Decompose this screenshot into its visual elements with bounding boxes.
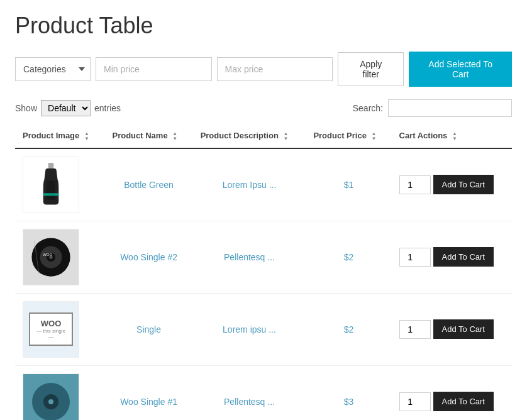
search-input[interactable] — [388, 99, 512, 117]
entries-select[interactable]: Default102550100 — [41, 100, 91, 116]
entries-label: entries — [94, 103, 121, 113]
show-entries-control: Show Default102550100 entries — [15, 100, 121, 116]
table-row: WOO Woo Single #2 Pellentesq ... $2 Add … — [15, 221, 512, 293]
product-actions-cell-0: Add To Cart — [392, 148, 512, 221]
add-to-cart-button-3[interactable]: Add To Cart — [433, 392, 494, 411]
filter-bar: Categories Apply filter Add Selected To … — [15, 52, 512, 87]
svg-point-11 — [48, 399, 53, 404]
col-product-description: Product Description ▲▼ — [193, 124, 306, 148]
col-product-price: Product Price ▲▼ — [306, 124, 391, 148]
qty-input-1[interactable] — [399, 248, 431, 267]
product-image-cell-1: WOO — [15, 221, 105, 293]
search-bar: Search: — [353, 99, 512, 117]
product-name-cell-3: Woo Single #1 — [105, 365, 193, 420]
product-name-cell-0: Bottle Green — [105, 148, 193, 221]
table-row: WOO — this single — Single Lorem ipsu ..… — [15, 293, 512, 365]
product-desc-cell-1: Pellentesq ... — [193, 221, 306, 293]
product-name-cell-1: Woo Single #2 — [105, 221, 193, 293]
product-desc-cell-3: Pellentesq ... — [193, 365, 306, 420]
table-row: WOO Woo Single #1 Pellentesq ... $3 Add … — [15, 365, 512, 420]
add-to-cart-button-0[interactable]: Add To Cart — [433, 175, 494, 194]
table-header-row: Product Image ▲▼ Product Name ▲▼ Product… — [15, 124, 512, 148]
svg-text:WOO: WOO — [43, 252, 53, 257]
product-price-cell-2: $2 — [306, 293, 391, 365]
search-label: Search: — [353, 103, 383, 113]
col-product-name: Product Name ▲▼ — [105, 124, 193, 148]
product-name-cell-2: Single — [105, 293, 193, 365]
svg-rect-0 — [48, 163, 54, 169]
apply-filter-button[interactable]: Apply filter — [338, 52, 404, 86]
show-label: Show — [15, 103, 37, 113]
max-price-input[interactable] — [217, 57, 333, 81]
min-price-input[interactable] — [96, 57, 212, 81]
table-row: Bottle Green Lorem Ipsu ... $1 Add To Ca… — [15, 148, 512, 221]
product-table: Product Image ▲▼ Product Name ▲▼ Product… — [15, 124, 512, 420]
svg-rect-1 — [43, 193, 59, 196]
col-cart-actions: Cart Actions ▲▼ — [392, 124, 512, 148]
add-to-cart-button-1[interactable]: Add To Cart — [433, 247, 494, 267]
product-image-cell-0 — [15, 148, 105, 221]
product-image-cell-3: WOO — [15, 365, 105, 420]
product-price-cell-0: $1 — [306, 148, 391, 221]
qty-input-0[interactable] — [399, 175, 431, 194]
qty-input-2[interactable] — [399, 320, 431, 339]
product-actions-cell-1: Add To Cart — [392, 221, 512, 293]
product-desc-cell-0: Lorem Ipsu ... — [193, 148, 306, 221]
table-controls: Show Default102550100 entries Search: — [15, 99, 512, 117]
add-selected-to-cart-button[interactable]: Add Selected To Cart — [409, 52, 512, 87]
product-desc-cell-2: Lorem ipsu ... — [193, 293, 306, 365]
categories-select[interactable]: Categories — [15, 57, 91, 81]
product-image-cell-2: WOO — this single — — [15, 293, 105, 365]
add-to-cart-button-2[interactable]: Add To Cart — [433, 319, 494, 339]
qty-input-3[interactable] — [399, 392, 431, 411]
product-actions-cell-3: Add To Cart — [392, 365, 512, 420]
product-actions-cell-2: Add To Cart — [392, 293, 512, 365]
page-title: Product Table — [15, 13, 512, 39]
product-price-cell-3: $3 — [306, 365, 391, 420]
col-product-image: Product Image ▲▼ — [15, 124, 105, 148]
product-price-cell-1: $2 — [306, 221, 391, 293]
